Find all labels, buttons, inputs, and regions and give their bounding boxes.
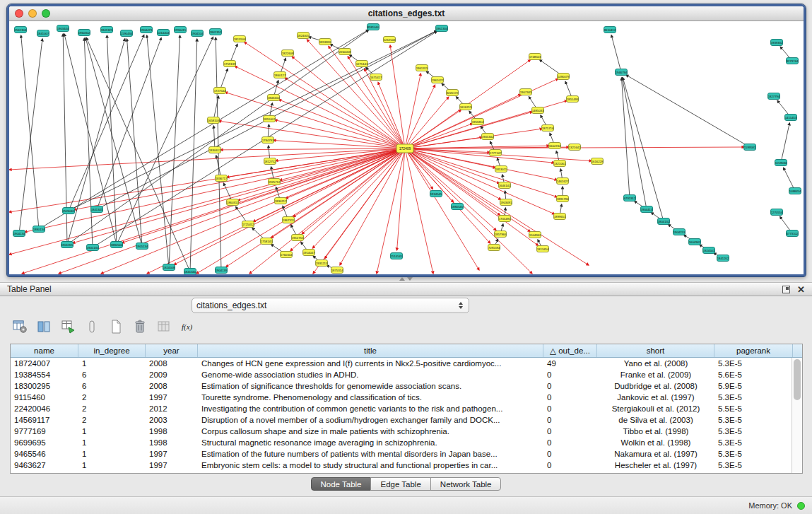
graph-node[interactable]: 2526065 bbox=[63, 208, 75, 214]
graph-node[interactable]: 1813454 bbox=[537, 246, 549, 252]
graph-node[interactable]: 1875716 bbox=[542, 125, 554, 132]
tab-edge-table[interactable]: Edge Table bbox=[370, 477, 430, 491]
graph-node[interactable]: 1860311 bbox=[227, 199, 239, 206]
graph-node[interactable]: 1777147 bbox=[490, 150, 502, 156]
graph-node[interactable]: 1504942 bbox=[529, 232, 541, 238]
network-window-titlebar[interactable]: citations_edges.txt bbox=[9, 6, 804, 21]
graph-node[interactable]: 1841340 bbox=[184, 269, 196, 275]
graph-node[interactable]: 1875314 bbox=[331, 267, 343, 274]
graph-node[interactable]: 1895794 bbox=[557, 196, 569, 202]
import-table-icon[interactable] bbox=[58, 317, 78, 336]
split-pane-handle[interactable] bbox=[398, 276, 413, 281]
graph-node[interactable]: 1841352 bbox=[210, 29, 222, 35]
graph-node[interactable]: 1867311 bbox=[283, 217, 295, 223]
table-row[interactable]: 969969511998Structural magnetic resonanc… bbox=[11, 437, 802, 448]
graph-node[interactable]: 1907345 bbox=[520, 89, 532, 95]
graph-node[interactable]: 1616215 bbox=[460, 104, 472, 110]
close-window-button[interactable] bbox=[15, 9, 23, 18]
graph-node[interactable]: 172409 bbox=[396, 144, 413, 153]
graph-node[interactable]: 1853826 bbox=[319, 39, 331, 45]
column-header-year[interactable]: year bbox=[146, 344, 198, 357]
graph-node[interactable]: 1955812 bbox=[472, 119, 484, 125]
column-header-in-degree[interactable]: in_degree bbox=[78, 344, 146, 357]
tab-network-table[interactable]: Network Table bbox=[430, 477, 502, 491]
graph-node[interactable]: 1914047 bbox=[303, 250, 315, 256]
graph-node[interactable]: 1705491 bbox=[499, 216, 511, 222]
graph-node[interactable]: 1841007 bbox=[37, 30, 49, 37]
column-header-short[interactable]: short bbox=[597, 344, 714, 357]
column-header-pagerank[interactable]: pagerank bbox=[714, 344, 793, 357]
table-row[interactable]: 911546021997Tourette syndrome. Phenomeno… bbox=[11, 392, 802, 403]
graph-node[interactable]: 1088454 bbox=[789, 188, 801, 194]
graph-node[interactable]: 1904413 bbox=[641, 206, 653, 213]
graph-node[interactable]: 1841202 bbox=[717, 255, 729, 262]
create-column-icon[interactable] bbox=[106, 317, 126, 336]
graph-node[interactable]: 1604742 bbox=[549, 143, 561, 149]
graph-node[interactable]: 1853011 bbox=[495, 166, 507, 173]
graph-node[interactable]: 1321642 bbox=[569, 144, 581, 151]
zoom-window-button[interactable] bbox=[42, 9, 50, 18]
graph-node[interactable]: 1485033 bbox=[532, 107, 544, 114]
graph-node[interactable]: 1490079 bbox=[558, 74, 570, 80]
graph-node[interactable]: 1961027 bbox=[432, 77, 444, 83]
delete-columns-icon[interactable] bbox=[130, 317, 150, 336]
graph-node[interactable]: 1784793 bbox=[262, 137, 274, 144]
table-row[interactable]: 1830029562008Estimation of significance … bbox=[11, 380, 802, 392]
network-canvas[interactable]: 172409 1813504 1759139 1727544 1658103 1… bbox=[9, 21, 804, 274]
graph-node[interactable]: 1514545 bbox=[391, 253, 403, 259]
graph-node[interactable]: 1836717 bbox=[216, 175, 228, 182]
graph-node[interactable]: 1904473 bbox=[141, 27, 153, 33]
show-hide-columns-icon[interactable] bbox=[34, 317, 54, 336]
column-header-name[interactable]: name bbox=[11, 344, 78, 357]
graph-node[interactable]: 1901355 bbox=[61, 242, 73, 248]
graph-node[interactable]: 1461627 bbox=[557, 178, 569, 185]
graph-node[interactable]: 1903491 bbox=[500, 199, 512, 206]
delete-table-icon[interactable] bbox=[154, 317, 174, 336]
select-mode-icon[interactable] bbox=[82, 317, 102, 336]
graph-node[interactable]: 1758145 bbox=[261, 238, 273, 245]
graph-node[interactable]: 1904153 bbox=[673, 229, 686, 235]
graph-node[interactable]: 1830612 bbox=[209, 147, 221, 153]
graph-node[interactable]: 1880134 bbox=[33, 226, 45, 233]
graph-node[interactable]: 1822608 bbox=[282, 50, 294, 57]
table-mode-icon[interactable] bbox=[10, 317, 30, 336]
graph-node[interactable]: 1905135 bbox=[87, 245, 99, 251]
graph-node[interactable]: 9273744 bbox=[787, 58, 799, 64]
graph-node[interactable]: 1658103 bbox=[208, 117, 220, 124]
graph-node[interactable]: 1725452 bbox=[242, 221, 254, 228]
graph-node[interactable]: 1830217 bbox=[275, 198, 287, 204]
network-view-window[interactable]: citations_edges.txt 172409 1813504 17591… bbox=[7, 4, 806, 276]
graph-node[interactable]: 1904104 bbox=[192, 30, 204, 37]
table-selector-dropdown[interactable]: citations_edges.txt bbox=[192, 298, 469, 313]
graph-node[interactable]: 1904139 bbox=[216, 267, 228, 274]
table-row[interactable]: 2242004622012Investigating the contribut… bbox=[11, 403, 802, 414]
graph-node[interactable]: 1857966 bbox=[495, 231, 507, 238]
graph-node[interactable]: 2561304 bbox=[15, 27, 27, 33]
float-panel-icon[interactable] bbox=[782, 286, 790, 293]
table-row[interactable]: 946362711997Embryonic stem cells: a mode… bbox=[11, 460, 802, 471]
graph-node[interactable]: 1212544 bbox=[384, 37, 396, 43]
graph-node[interactable]: 1912755 bbox=[292, 235, 304, 241]
graph-node[interactable]: 1824005 bbox=[298, 33, 310, 39]
graph-node[interactable]: 1604942 bbox=[689, 239, 701, 245]
table-row[interactable]: 1872400712008Changes of HCN gene express… bbox=[11, 358, 802, 369]
table-row[interactable]: 946554611997Estimation of the future num… bbox=[11, 448, 802, 460]
graph-node[interactable]: 1414404 bbox=[158, 30, 170, 36]
graph-node[interactable]: 6791912 bbox=[624, 195, 636, 201]
tab-node-table[interactable]: Node Table bbox=[311, 477, 372, 491]
graph-node[interactable]: 1646141 bbox=[499, 182, 511, 189]
graph-node[interactable]: 1939332 bbox=[771, 40, 783, 46]
graph-node[interactable]: 1914545 bbox=[430, 191, 442, 197]
graph-node[interactable]: 1813504 bbox=[234, 36, 246, 42]
graph-node[interactable]: 1759139 bbox=[224, 61, 236, 67]
graph-node[interactable]: 2190434 bbox=[121, 30, 133, 37]
minimize-window-button[interactable] bbox=[28, 9, 37, 18]
graph-node[interactable]: 1956415 bbox=[175, 27, 187, 33]
graph-node[interactable]: 1946794 bbox=[616, 69, 628, 76]
graph-node[interactable]: 1905342 bbox=[482, 134, 494, 140]
graph-node[interactable]: 1851007 bbox=[264, 116, 276, 122]
graph-node[interactable]: 8610412 bbox=[604, 27, 616, 33]
graph-node[interactable]: 1899651 bbox=[554, 214, 566, 220]
scrollbar-thumb[interactable] bbox=[794, 359, 801, 400]
graph-node[interactable]: 2260058 bbox=[339, 49, 351, 55]
